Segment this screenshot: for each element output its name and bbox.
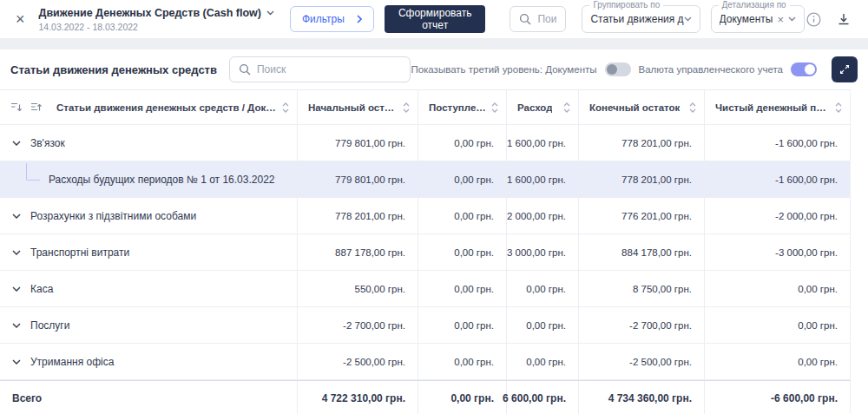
clear-icon[interactable]: × — [773, 14, 788, 25]
row-name-cell[interactable]: Расходы будущих периодов № 1 от 16.03.20… — [0, 161, 298, 198]
row-label: Зв'язок — [30, 137, 65, 149]
row-expand-chevron-icon[interactable] — [12, 214, 21, 219]
expand-all-icon[interactable] — [30, 102, 43, 113]
column-label: Начальный остаток — [308, 102, 398, 113]
report-title-row[interactable]: Движение Денежных Средств (Cash flow) — [39, 7, 274, 19]
row-opening-balance: -2 500,00 грн. — [298, 344, 418, 380]
row-closing-balance: -2 500,00 грн. — [579, 344, 705, 380]
column-label: Статьи движения денежных средств / Докум… — [56, 102, 277, 113]
sort-icon[interactable] — [563, 102, 570, 114]
sort-icon[interactable] — [835, 102, 842, 114]
table-row[interactable]: Расходы будущих периодов № 1 от 16.03.20… — [0, 161, 851, 198]
row-label: Послуги — [30, 319, 69, 332]
sort-icon[interactable] — [282, 102, 289, 114]
toggle-knob — [805, 64, 815, 75]
row-expense: 2 000,00 грн. — [507, 198, 579, 234]
row-expense: 0,00 грн. — [507, 307, 579, 344]
toggle-knob — [607, 64, 617, 75]
third-level-toggle-label: Показывать третий уровень: Документы — [411, 64, 596, 75]
row-opening-balance: -2 700,00 грн. — [298, 307, 418, 344]
row-opening-balance: 779 801,00 грн. — [298, 125, 418, 161]
fullscreen-button[interactable] — [832, 56, 858, 82]
header-closing-balance[interactable]: Конечный остаток — [579, 90, 705, 125]
row-name-cell[interactable]: Розрахунки з підзвітними особами — [0, 198, 298, 234]
column-label: Конечный остаток — [589, 102, 680, 113]
report-title: Движение Денежных Средств (Cash flow) — [39, 7, 261, 19]
row-opening-balance: 779 801,00 грн. — [298, 161, 418, 198]
row-closing-balance: 778 201,00 грн. — [579, 125, 705, 161]
detail-by-select[interactable]: Детализация по Документы × — [711, 5, 805, 33]
panel-toolbar: Статьи движения денежных средств Показыв… — [0, 49, 868, 89]
row-label: Транспортні витрати — [30, 246, 129, 259]
row-name-cell[interactable]: Транспортні витрати — [0, 234, 298, 271]
row-net-cash-flow: -1 600,00 грн. — [705, 125, 851, 161]
currency-toggle[interactable] — [791, 62, 817, 76]
table-row[interactable]: Транспортні витрати 887 178,00 грн. 0,00… — [0, 234, 851, 271]
header-opening-balance[interactable]: Начальный остаток — [298, 90, 418, 125]
row-net-cash-flow: 0,00 грн. — [705, 307, 851, 344]
row-expand-chevron-icon[interactable] — [12, 141, 21, 146]
row-expand-chevron-icon[interactable] — [12, 286, 21, 292]
sort-icon[interactable] — [491, 102, 498, 114]
collapse-all-icon[interactable] — [10, 102, 23, 113]
chevron-down-icon — [788, 16, 796, 22]
group-by-value: Статьи движения д — [590, 13, 683, 25]
row-expand-chevron-icon[interactable] — [12, 323, 21, 328]
group-by-select[interactable]: Группировать по Статьи движения д — [582, 5, 700, 33]
filters-button[interactable]: Фильтры — [290, 6, 374, 32]
generate-report-button[interactable]: Сформировать отчет — [385, 5, 486, 33]
chevron-down-icon — [266, 10, 274, 16]
info-button[interactable] — [805, 10, 823, 29]
report-panel: Статьи движения денежных средств Показыв… — [0, 49, 868, 414]
row-name-cell[interactable]: Послуги — [0, 307, 298, 344]
search-icon — [519, 13, 531, 25]
table-row[interactable]: Каса 550,00 грн. 0,00 грн. 0,00 грн. 8 7… — [0, 271, 851, 307]
panel-search[interactable] — [229, 56, 411, 82]
row-income: 0,00 грн. — [418, 234, 507, 271]
topbar: × Движение Денежных Средств (Cash flow) … — [0, 0, 868, 38]
row-closing-balance: 776 201,00 грн. — [579, 198, 705, 234]
footer-value: 4 722 310,00 грн. — [298, 381, 418, 414]
footer-value: 6 600,00 грн. — [507, 381, 579, 414]
third-level-toggle[interactable] — [605, 62, 631, 76]
table-row[interactable]: Зв'язок 779 801,00 грн. 0,00 грн. 1 600,… — [0, 125, 851, 161]
row-opening-balance: 887 178,00 грн. — [298, 234, 418, 271]
expand-icon — [838, 63, 851, 76]
tree-connector — [26, 163, 40, 181]
header-expense[interactable]: Расход — [507, 90, 579, 125]
table-row[interactable]: Розрахунки з підзвітними особами 778 201… — [0, 198, 851, 234]
download-button[interactable] — [835, 10, 852, 28]
row-label: Розрахунки з підзвітними особами — [30, 210, 196, 222]
row-name-cell[interactable]: Утримання офіса — [0, 344, 298, 380]
row-closing-balance: -2 700,00 грн. — [579, 307, 705, 344]
topbar-search[interactable] — [510, 6, 566, 32]
table-row[interactable]: Послуги -2 700,00 грн. 0,00 грн. 0,00 гр… — [0, 307, 851, 344]
row-label: Утримання офіса — [30, 356, 114, 368]
sort-icon[interactable] — [689, 102, 696, 114]
row-net-cash-flow: -2 000,00 грн. — [705, 198, 851, 234]
row-net-cash-flow: -1 600,00 грн. — [705, 161, 851, 198]
topbar-search-input[interactable] — [537, 13, 556, 25]
sort-icon[interactable] — [403, 102, 410, 114]
row-expand-chevron-icon[interactable] — [12, 359, 21, 365]
detail-by-value: Документы — [720, 13, 773, 25]
footer-value: -6 600,00 грн. — [705, 381, 851, 414]
row-closing-balance: 778 201,00 грн. — [579, 161, 705, 198]
row-name-cell[interactable]: Зв'язок — [0, 125, 298, 161]
row-expense: 3 000,00 грн. — [507, 234, 579, 271]
header-income[interactable]: Поступление — [418, 90, 507, 125]
footer-value: 0,00 грн. — [418, 381, 507, 414]
toolbar-right: Показывать третий уровень: Документы Вал… — [411, 56, 858, 82]
table-row[interactable]: Утримання офіса -2 500,00 грн. 0,00 грн.… — [0, 344, 851, 380]
row-name-cell[interactable]: Каса — [0, 271, 298, 307]
row-net-cash-flow: 0,00 грн. — [705, 271, 851, 307]
header-net-cash-flow[interactable]: Чистый денежный поток — [705, 90, 851, 125]
panel-search-input[interactable] — [257, 63, 401, 76]
header-articles[interactable]: Статьи движения денежных средств / Докум… — [0, 90, 298, 125]
row-net-cash-flow: 0,00 грн. — [705, 344, 851, 380]
row-income: 0,00 грн. — [418, 344, 507, 380]
row-expand-chevron-icon[interactable] — [12, 250, 21, 255]
close-button[interactable]: × — [12, 10, 29, 29]
filters-button-label: Фильтры — [302, 13, 345, 25]
date-range[interactable]: 14.03.2022 - 18.03.2022 — [39, 22, 274, 32]
